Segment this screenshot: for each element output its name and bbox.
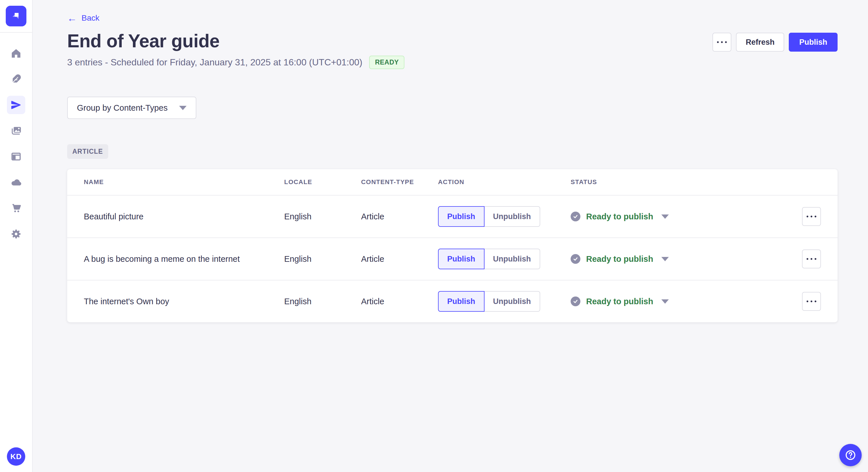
action-toggle: Publish Unpublish	[438, 248, 570, 269]
user-avatar[interactable]: KD	[7, 447, 25, 466]
status-dropdown[interactable]: Ready to publish	[570, 254, 802, 264]
header-actions: Refresh Publish	[712, 33, 838, 52]
table-row: The internet's Own boy English Article P…	[67, 280, 838, 322]
entries-table: NAME LOCALE CONTENT-TYPE ACTION STATUS B…	[67, 169, 838, 322]
more-options-button[interactable]	[712, 33, 732, 52]
entry-content-type: Article	[361, 212, 438, 222]
sidebar: KD	[0, 0, 33, 472]
strapi-logo[interactable]	[6, 6, 26, 26]
status-dropdown[interactable]: Ready to publish	[570, 212, 802, 222]
unpublish-toggle-button[interactable]: Unpublish	[485, 206, 540, 227]
column-header-locale: LOCALE	[284, 178, 361, 186]
sidebar-item-media-library[interactable]	[7, 122, 25, 140]
cloud-icon	[10, 177, 22, 188]
images-icon	[10, 125, 22, 136]
action-toggle: Publish Unpublish	[438, 291, 570, 312]
publish-toggle-button[interactable]: Publish	[438, 206, 485, 227]
entry-name: The internet's Own boy	[84, 297, 284, 306]
group-by-select[interactable]: Group by Content-Types	[67, 97, 196, 119]
table-row: Beautiful picture English Article Publis…	[67, 195, 838, 237]
ellipsis-icon	[807, 216, 816, 217]
status-caret-icon	[661, 257, 669, 261]
sidebar-item-settings[interactable]	[7, 225, 25, 243]
chevron-down-icon	[179, 106, 187, 110]
page-title: End of Year guide	[67, 30, 220, 52]
entry-name: A bug is becoming a meme on the internet	[84, 255, 284, 264]
status-dropdown[interactable]: Ready to publish	[570, 297, 802, 306]
help-button[interactable]	[839, 444, 862, 466]
status-caret-icon	[661, 299, 669, 304]
row-more-button[interactable]	[802, 292, 821, 311]
main-content: ← Back End of Year guide Refresh Publish…	[33, 0, 868, 472]
action-toggle: Publish Unpublish	[438, 206, 570, 227]
group-by-value: Group by Content-Types	[77, 103, 167, 113]
table-row: A bug is becoming a meme on the internet…	[67, 237, 838, 280]
home-icon	[10, 47, 22, 59]
publish-toggle-button[interactable]: Publish	[438, 248, 485, 269]
entry-content-type: Article	[361, 255, 438, 264]
ready-badge: READY	[369, 56, 404, 69]
back-label: Back	[82, 13, 99, 23]
strapi-logo-icon	[10, 10, 22, 22]
column-header-name: NAME	[84, 178, 284, 186]
sidebar-nav	[7, 33, 25, 447]
cart-icon	[10, 202, 22, 214]
row-more-button[interactable]	[802, 249, 821, 268]
title-row: End of Year guide Refresh Publish	[67, 30, 838, 52]
entry-name: Beautiful picture	[84, 212, 284, 222]
status-label: Ready to publish	[586, 297, 653, 306]
publish-button[interactable]: Publish	[789, 33, 838, 52]
row-more-button[interactable]	[802, 207, 821, 226]
sidebar-item-content-manager[interactable]	[7, 70, 25, 88]
entry-content-type: Article	[361, 297, 438, 306]
question-mark-icon	[844, 449, 857, 461]
ellipsis-icon	[717, 41, 727, 43]
unpublish-toggle-button[interactable]: Unpublish	[485, 248, 540, 269]
entry-locale: English	[284, 297, 361, 306]
status-check-icon	[570, 212, 580, 222]
sidebar-item-marketplace[interactable]	[7, 199, 25, 217]
layout-icon	[10, 151, 22, 162]
paper-plane-icon	[10, 99, 22, 111]
unpublish-toggle-button[interactable]: Unpublish	[485, 291, 540, 312]
sidebar-item-content-type-builder[interactable]	[7, 147, 25, 166]
logo-box	[0, 0, 32, 33]
column-header-action: ACTION	[438, 178, 570, 186]
status-check-icon	[570, 254, 580, 264]
article-group-badge: ARTICLE	[67, 144, 108, 159]
status-check-icon	[570, 297, 580, 306]
sidebar-item-deploy[interactable]	[7, 173, 25, 192]
status-label: Ready to publish	[586, 212, 653, 222]
entry-locale: English	[284, 255, 361, 264]
back-arrow-icon: ←	[67, 13, 77, 23]
feather-icon	[10, 73, 22, 85]
column-header-content-type: CONTENT-TYPE	[361, 178, 438, 186]
sidebar-item-releases[interactable]	[7, 96, 25, 114]
ellipsis-icon	[807, 301, 816, 302]
subtitle-row: 3 entries - Scheduled for Friday, Januar…	[67, 56, 838, 69]
back-link[interactable]: ← Back	[67, 13, 99, 23]
refresh-button[interactable]: Refresh	[736, 33, 784, 52]
table-header-row: NAME LOCALE CONTENT-TYPE ACTION STATUS	[67, 169, 838, 195]
ellipsis-icon	[807, 258, 816, 260]
column-header-status: STATUS	[570, 178, 802, 186]
status-label: Ready to publish	[586, 255, 653, 264]
gear-icon	[10, 228, 22, 240]
entry-locale: English	[284, 212, 361, 222]
status-caret-icon	[661, 214, 669, 219]
page-subtitle: 3 entries - Scheduled for Friday, Januar…	[67, 57, 362, 68]
publish-toggle-button[interactable]: Publish	[438, 291, 485, 312]
sidebar-item-home[interactable]	[7, 44, 25, 63]
